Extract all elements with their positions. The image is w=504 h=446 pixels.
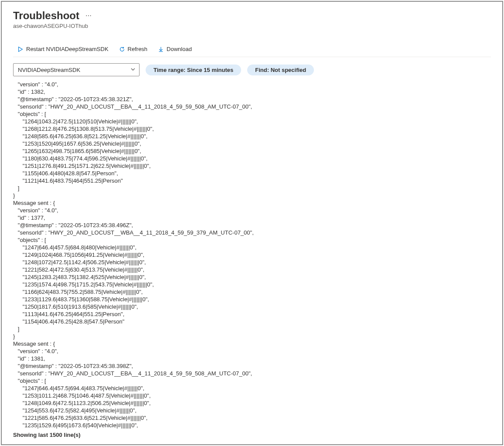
- find-pill[interactable]: Find: Not specified: [247, 65, 314, 75]
- header-row: Troubleshoot ⋯: [13, 10, 491, 22]
- refresh-icon: [119, 46, 125, 52]
- troubleshoot-panel: Troubleshoot ⋯ ase-chawonASEGPU-IOThub R…: [1, 1, 503, 445]
- download-button[interactable]: Download: [153, 44, 196, 54]
- download-label: Download: [167, 46, 192, 52]
- breadcrumb: ase-chawonASEGPU-IOThub: [13, 23, 491, 29]
- filter-row: NVIDIADeepStreamSDK Time range: Since 15…: [13, 63, 491, 76]
- time-range-pill[interactable]: Time range: Since 15 minutes: [146, 65, 241, 75]
- svg-marker-0: [19, 47, 23, 51]
- more-icon[interactable]: ⋯: [85, 12, 92, 19]
- chevron-down-icon: [130, 67, 136, 73]
- refresh-button[interactable]: Refresh: [115, 44, 152, 54]
- download-icon: [158, 46, 164, 52]
- toolbar: Restart NVIDIADeepStreamSDK Refresh Down…: [13, 44, 491, 57]
- line-count-label: Showing last 1500 line(s): [13, 432, 491, 438]
- play-icon: [17, 46, 24, 52]
- page-title: Troubleshoot: [13, 10, 79, 22]
- refresh-label: Refresh: [128, 46, 148, 52]
- restart-button[interactable]: Restart NVIDIADeepStreamSDK: [13, 44, 113, 54]
- module-select[interactable]: NVIDIADeepStreamSDK: [13, 63, 140, 76]
- restart-label: Restart NVIDIADeepStreamSDK: [26, 46, 109, 52]
- log-output[interactable]: "version" : "4.0", "id" : 1382, "@timest…: [13, 81, 491, 429]
- module-select-value: NVIDIADeepStreamSDK: [18, 67, 80, 73]
